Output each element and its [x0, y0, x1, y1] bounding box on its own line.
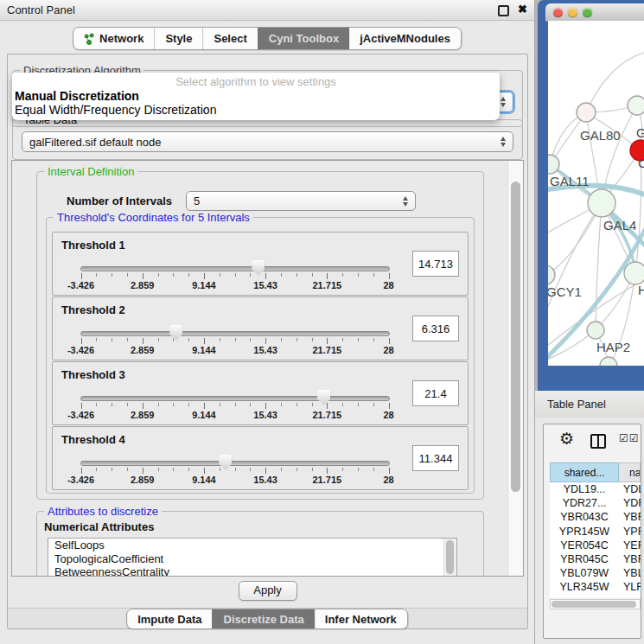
table-row[interactable]: YIL052CYIL052C [550, 595, 641, 598]
zoom-traffic-light[interactable] [583, 8, 592, 17]
network-window-titlebar[interactable] [545, 3, 644, 22]
table-row[interactable]: YBR045CYBR045C [550, 552, 641, 566]
attributes-to-discretize-group: Attributes to discretize Numerical Attri… [36, 511, 484, 577]
tab-cyni-toolbox[interactable]: Cyni Toolbox [258, 28, 349, 49]
table-horizontal-scrollbar[interactable] [550, 599, 641, 609]
slider-thumb[interactable] [252, 260, 265, 276]
network-edge[interactable] [596, 203, 602, 330]
attribute-item-betweennesscentrality[interactable]: BetweennessCentrality [48, 565, 456, 577]
slider-tick [112, 273, 112, 277]
slider-track[interactable] [80, 396, 390, 401]
cell-shared-name: YLR345W [550, 581, 619, 593]
attributes-list-scrollbar[interactable] [443, 539, 456, 577]
table-row[interactable]: YBL079WYBL079W [550, 566, 641, 580]
slider-tick-label: 2.859 [118, 280, 167, 290]
cell-shared-name: YER054C [550, 539, 619, 552]
slider-tick-label: 15.43 [241, 280, 290, 290]
table-row[interactable]: YBR043CYBR043C [550, 510, 641, 524]
right-region: GAL80GACGAL11GAL4GCY1HHAP2 Table Panel ⚙… [535, 0, 644, 644]
slider-tick [296, 338, 297, 341]
network-node[interactable] [600, 357, 617, 366]
table-row[interactable]: YPR145WYPR145W [550, 525, 641, 539]
apply-button[interactable]: Apply [239, 581, 297, 601]
network-node-gal80[interactable] [577, 103, 596, 122]
tab-network[interactable]: Network [73, 28, 154, 49]
table-row[interactable]: YDL19...YDL19... [550, 482, 641, 496]
threshold-value-field[interactable]: 11.344 [412, 445, 459, 471]
network-node-ga[interactable] [628, 96, 644, 115]
slider-tick-label: 28 [365, 475, 413, 485]
tab-infer-network[interactable]: Infer Network [315, 609, 407, 628]
slider-tick [204, 403, 205, 409]
slider-tick [250, 273, 251, 277]
slider-tick [158, 273, 159, 277]
tab-impute-data[interactable]: Impute Data [127, 609, 212, 628]
slider-tick [358, 273, 359, 277]
column-header-name[interactable]: name [619, 462, 641, 482]
cell-name: YDR27... [619, 497, 641, 509]
cell-shared-name: YDL19... [550, 483, 619, 495]
tab-discretize-data[interactable]: Discretize Data [213, 609, 315, 628]
slider-thumb[interactable] [219, 455, 232, 470]
numerical-attributes-list[interactable]: SelfLoopsTopologicalCoefficientBetweenne… [48, 538, 457, 577]
slider-thumb[interactable] [169, 325, 182, 341]
algorithm-option-manual-discretization[interactable]: Manual Discretization [12, 89, 500, 103]
threshold-value-field[interactable]: 21.4 [412, 380, 459, 406]
tab-label: Select [214, 32, 246, 45]
scrollbar-thumb[interactable] [552, 601, 636, 608]
number-of-intervals-select[interactable]: 5 [186, 191, 416, 211]
tab-select[interactable]: Select [202, 28, 257, 49]
tab-style[interactable]: Style [154, 28, 202, 49]
minimize-traffic-light[interactable] [568, 8, 577, 17]
slider-tick [81, 338, 82, 344]
algorithm-option-equal-width-frequency-discretization[interactable]: Equal Width/Frequency Discretization [12, 103, 500, 117]
threshold-value-field[interactable]: 14.713 [412, 251, 459, 277]
slider-thumb[interactable] [317, 390, 330, 405]
threshold-panel-4: Threshold 4-3.4262.8599.14415.4321.71528… [52, 426, 469, 490]
table-panel-area: ⚙ ☑☑ shared... name YDL19...YDL19...YDR2… [535, 418, 644, 644]
table-data-select[interactable]: galFiltered.sif default node [22, 131, 513, 152]
slider-tick [220, 338, 220, 341]
network-canvas[interactable]: GAL80GACGAL11GAL4GCY1HHAP2 [548, 21, 644, 366]
numerical-attributes-label: Numerical Attributes [44, 520, 154, 533]
interval-definition-group: Interval Definition Number of Intervals … [36, 171, 484, 500]
slider-tick [342, 273, 343, 277]
table-row[interactable]: YLR345WYLR345W [550, 580, 641, 594]
slider-track[interactable] [80, 266, 390, 271]
slider-tick [81, 403, 82, 409]
table-row[interactable]: YER054CYER054C [550, 539, 641, 552]
threshold-value-field[interactable]: 6.316 [412, 316, 459, 341]
scrollbar-thumb[interactable] [446, 540, 454, 574]
network-node-gcy1[interactable] [548, 265, 555, 284]
gear-icon[interactable]: ⚙ [559, 430, 574, 449]
close-icon[interactable]: ✖ [518, 3, 527, 16]
network-node-hap2[interactable] [587, 322, 604, 339]
close-traffic-light[interactable] [553, 8, 563, 17]
slider-tick [296, 273, 297, 277]
settings-panel-scrollbar[interactable] [507, 161, 523, 576]
table-row[interactable]: YDR27...YDR27... [550, 496, 641, 510]
slider-tick [342, 468, 343, 471]
scrollbar-thumb[interactable] [511, 182, 520, 492]
slider-track[interactable] [80, 331, 390, 336]
column-header-shared-name[interactable]: shared... [550, 462, 619, 482]
slider-track[interactable] [80, 461, 390, 466]
cell-shared-name: YDR27... [550, 497, 619, 509]
attribute-item-selfloops[interactable]: SelfLoops [48, 539, 456, 552]
network-edge[interactable] [548, 203, 602, 319]
network-node-h[interactable] [624, 262, 644, 284]
slider-tick-label: 15.43 [241, 345, 290, 355]
slider-tick [158, 338, 159, 341]
columns-icon[interactable] [590, 434, 606, 449]
slider-tick [81, 468, 82, 474]
float-window-icon[interactable] [498, 5, 509, 16]
attribute-item-topologicalcoefficient[interactable]: TopologicalCoefficient [48, 552, 456, 566]
cell-name: YPR145W [619, 526, 641, 538]
select-checkboxes-icon[interactable]: ☑☑ [619, 432, 640, 444]
slider-tick [235, 273, 236, 277]
tab-jactivemnodules[interactable]: jActiveMNodules [349, 28, 461, 49]
cell-name: YLR345W [619, 581, 641, 593]
network-node-gal4[interactable] [588, 189, 615, 217]
table-data-group: Table Data galFiltered.sif default node [12, 119, 523, 160]
network-graph[interactable]: GAL80GACGAL11GAL4GCY1HHAP2 [548, 21, 644, 366]
